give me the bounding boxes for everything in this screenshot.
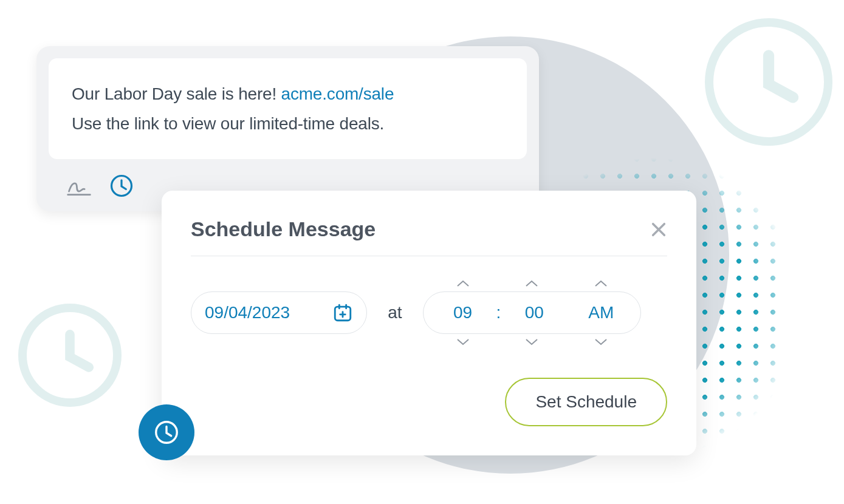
schedule-message-modal: Schedule Message 09/04/2023 at xyxy=(162,191,696,455)
ampm-value[interactable]: AM xyxy=(568,303,634,322)
ampm-down-chevron-icon[interactable] xyxy=(568,338,634,346)
decorative-clock-icon xyxy=(18,304,122,407)
minute-up-chevron-icon[interactable] xyxy=(498,279,565,288)
set-schedule-button[interactable]: Set Schedule xyxy=(505,378,667,426)
message-line-2: Use the link to view our limited-time de… xyxy=(72,109,504,138)
signature-icon[interactable] xyxy=(66,172,92,199)
decorative-clock-icon xyxy=(705,18,832,146)
message-composer: Our Labor Day sale is here! acme.com/sal… xyxy=(36,46,539,211)
ampm-up-chevron-icon[interactable] xyxy=(568,279,634,288)
minute-value[interactable]: 00 xyxy=(501,303,568,322)
message-line-1: Our Labor Day sale is here! acme.com/sal… xyxy=(72,79,504,109)
scheduled-badge-clock-icon xyxy=(139,404,194,460)
time-input: 09 : 00 AM xyxy=(423,276,642,350)
message-link[interactable]: acme.com/sale xyxy=(281,84,394,103)
date-input[interactable]: 09/04/2023 xyxy=(191,291,367,334)
message-textarea[interactable]: Our Labor Day sale is here! acme.com/sal… xyxy=(49,58,527,159)
hour-down-chevron-icon[interactable] xyxy=(430,338,496,346)
schedule-clock-icon[interactable] xyxy=(108,172,135,199)
at-label: at xyxy=(388,303,402,322)
time-colon: : xyxy=(496,303,501,322)
minute-down-chevron-icon[interactable] xyxy=(498,338,565,346)
date-value: 09/04/2023 xyxy=(205,303,290,322)
calendar-icon[interactable] xyxy=(332,302,353,323)
close-icon[interactable] xyxy=(650,221,667,238)
schedule-title: Schedule Message xyxy=(191,217,376,241)
message-text-prefix: Our Labor Day sale is here! xyxy=(72,84,281,103)
hour-up-chevron-icon[interactable] xyxy=(430,279,496,288)
hour-value[interactable]: 09 xyxy=(430,303,496,322)
